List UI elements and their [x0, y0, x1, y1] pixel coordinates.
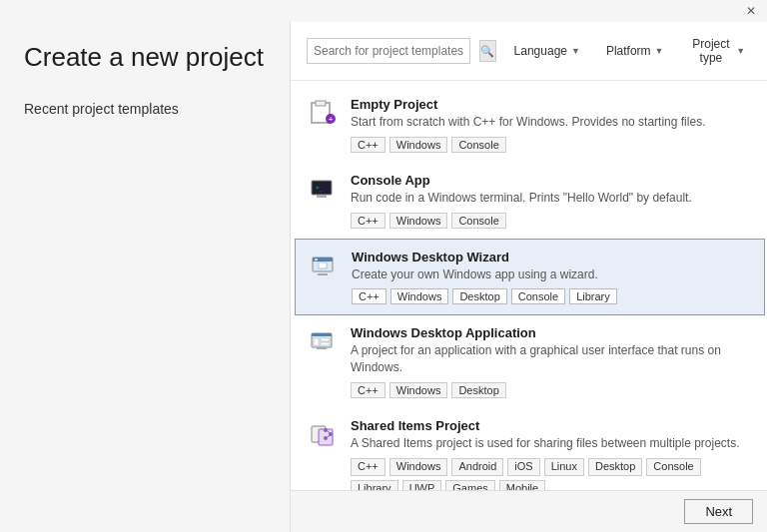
tag: Library	[569, 288, 617, 304]
svg-rect-16	[321, 338, 330, 341]
title-bar: ✕	[0, 0, 767, 22]
template-name-shared-items-project: Shared Items Project	[351, 418, 753, 433]
template-info-windows-desktop-wizard: Windows Desktop Wizard Create your own W…	[352, 250, 752, 305]
svg-rect-10	[318, 273, 328, 275]
template-name-windows-desktop-wizard: Windows Desktop Wizard	[352, 250, 752, 265]
template-icon-empty-project: +	[307, 97, 339, 129]
svg-text:>_: >_	[316, 184, 324, 192]
template-desc-empty-project: Start from scratch with C++ for Windows.…	[351, 114, 753, 131]
tag: UWP	[402, 480, 442, 490]
template-name-windows-desktop-application: Windows Desktop Application	[351, 325, 753, 340]
tag: Desktop	[588, 458, 642, 476]
footer: Next	[291, 490, 767, 532]
svg-rect-9	[315, 259, 318, 261]
template-name-console-app: Console App	[351, 173, 753, 188]
tag: Games	[445, 480, 494, 490]
search-icon: 🔍	[480, 45, 494, 58]
tag: C++	[351, 213, 385, 229]
tag: Console	[451, 213, 505, 229]
tag: Android	[451, 458, 503, 476]
search-bar: 🔍 Language ▼ Platform ▼ Project type ▼	[291, 22, 767, 81]
template-info-windows-desktop-application: Windows Desktop Application A project fo…	[351, 325, 753, 398]
language-filter-arrow: ▼	[571, 46, 580, 56]
left-panel: Create a new project Recent project temp…	[0, 22, 290, 532]
search-input-wrapper[interactable]	[307, 38, 470, 64]
template-icon-shared-items-project	[307, 418, 339, 450]
main-content: Create a new project Recent project temp…	[0, 22, 767, 532]
template-item-windows-desktop-wizard[interactable]: Windows Desktop Wizard Create your own W…	[295, 239, 765, 316]
tag: Linux	[544, 458, 584, 476]
tag: Console	[646, 458, 700, 476]
templates-list: + Empty Project Start from scratch with …	[291, 81, 767, 490]
project-type-filter-label: Project type	[690, 37, 733, 65]
template-info-empty-project: Empty Project Start from scratch with C+…	[351, 97, 753, 153]
template-desc-windows-desktop-application: A project for an application with a grap…	[351, 342, 753, 376]
search-input[interactable]	[314, 44, 463, 58]
tag: Desktop	[451, 382, 505, 398]
template-item-windows-desktop-application[interactable]: Windows Desktop Application A project fo…	[291, 315, 767, 408]
template-item-console-app[interactable]: >_ Console App Run code in a Windows ter…	[291, 163, 767, 239]
template-name-empty-project: Empty Project	[351, 97, 753, 112]
tag: C++	[351, 458, 385, 476]
template-item-shared-items-project[interactable]: Shared Items Project A Shared Items proj…	[291, 408, 767, 490]
template-icon-windows-desktop-wizard	[308, 250, 340, 281]
tag: Console	[511, 288, 565, 304]
dialog-container: ✕ Create a new project Recent project te…	[0, 0, 767, 532]
platform-filter-label: Platform	[606, 44, 651, 58]
tag: Windows	[389, 382, 448, 398]
platform-filter[interactable]: Platform ▼	[598, 41, 672, 61]
tag: Windows	[389, 137, 448, 153]
right-panel: 🔍 Language ▼ Platform ▼ Project type ▼	[290, 22, 767, 532]
svg-point-22	[324, 436, 328, 440]
tag: iOS	[507, 458, 539, 476]
template-tags-empty-project: C++ Windows Console	[351, 137, 753, 153]
template-info-console-app: Console App Run code in a Windows termin…	[351, 173, 753, 229]
template-icon-console-app: >_	[307, 173, 339, 205]
template-item-empty-project[interactable]: + Empty Project Start from scratch with …	[291, 87, 767, 163]
template-info-shared-items-project: Shared Items Project A Shared Items proj…	[351, 418, 753, 490]
svg-rect-13	[312, 333, 332, 336]
tag: C++	[351, 382, 385, 398]
tag: Mobile	[499, 480, 545, 490]
search-icon-button[interactable]: 🔍	[479, 40, 496, 62]
svg-rect-11	[319, 263, 327, 268]
close-button[interactable]: ✕	[743, 3, 759, 19]
language-filter-label: Language	[514, 44, 567, 58]
template-icon-windows-desktop-application	[307, 325, 339, 357]
tag: Desktop	[452, 288, 506, 304]
template-tags-shared-items-project: C++ Windows Android iOS Linux Desktop Co…	[351, 458, 753, 490]
tag: Windows	[389, 458, 448, 476]
project-type-filter-arrow: ▼	[736, 46, 745, 56]
page-title: Create a new project	[24, 42, 266, 73]
template-tags-windows-desktop-wizard: C++ Windows Desktop Console Library	[352, 288, 752, 304]
tag: Windows	[389, 213, 448, 229]
template-tags-windows-desktop-application: C++ Windows Desktop	[351, 382, 753, 398]
tag: C++	[351, 137, 385, 153]
next-button[interactable]: Next	[684, 499, 753, 524]
svg-rect-1	[316, 101, 326, 106]
template-desc-console-app: Run code in a Windows terminal. Prints "…	[351, 190, 753, 207]
svg-rect-14	[317, 347, 327, 349]
template-desc-shared-items-project: A Shared Items project is used for shari…	[351, 435, 753, 452]
template-tags-console-app: C++ Windows Console	[351, 213, 753, 229]
tag: Windows	[390, 288, 449, 304]
svg-rect-17	[321, 342, 330, 345]
project-type-filter[interactable]: Project type ▼	[682, 34, 754, 68]
svg-point-20	[324, 428, 328, 432]
platform-filter-arrow: ▼	[655, 46, 664, 56]
tag: Console	[451, 137, 505, 153]
svg-rect-15	[314, 338, 319, 345]
svg-text:+: +	[329, 116, 333, 123]
svg-rect-6	[317, 195, 327, 198]
recent-templates-label: Recent project templates	[24, 101, 266, 117]
language-filter[interactable]: Language ▼	[506, 41, 588, 61]
tag: C++	[352, 288, 386, 304]
tag: Library	[351, 480, 398, 490]
template-desc-windows-desktop-wizard: Create your own Windows app using a wiza…	[352, 266, 752, 283]
